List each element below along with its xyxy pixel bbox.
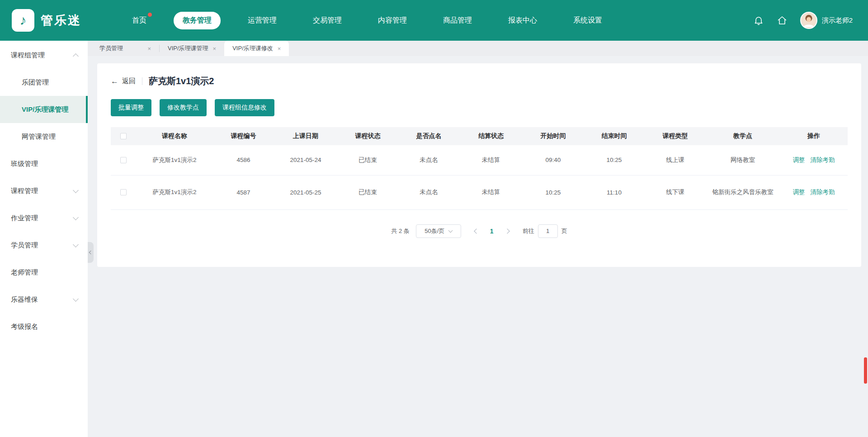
chevron-down-icon — [73, 242, 79, 247]
close-icon[interactable]: × — [147, 45, 151, 52]
tab-label: VIP/乐理课修改 — [232, 44, 273, 52]
sidebar-item-course-mgmt[interactable]: 课程管理 — [0, 177, 88, 204]
nav-item-products[interactable]: 商品管理 — [434, 12, 481, 29]
col-class-date: 上课日期 — [274, 127, 337, 145]
course-group-card: ← 返回 萨克斯1v1演示2 批量调整 修改教学点 课程组信息修改 — [97, 63, 861, 267]
nav-item-operations[interactable]: 运营管理 — [239, 12, 286, 29]
sidebar-item-instrument-maintenance[interactable]: 乐器维保 — [0, 286, 88, 313]
select-all-checkbox[interactable] — [120, 133, 127, 139]
nav-item-label: 系统设置 — [573, 16, 602, 24]
notification-dot — [148, 13, 152, 17]
sidebar-item-band-mgmt[interactable]: 乐团管理 — [0, 69, 88, 96]
cell-course-name: 萨克斯1v1演示2 — [136, 175, 213, 209]
music-note-icon: ♪ — [20, 13, 27, 28]
nav-item-label: 运营管理 — [248, 16, 277, 24]
row-checkbox[interactable] — [120, 157, 127, 163]
cell-course-name: 萨克斯1v1演示2 — [136, 145, 213, 175]
nav-item-label: 教务管理 — [183, 16, 212, 24]
close-icon[interactable]: × — [213, 45, 217, 52]
batch-adjust-button[interactable]: 批量调整 — [111, 99, 151, 116]
back-button[interactable]: ← 返回 — [111, 77, 136, 86]
scrollbar-thumb[interactable] — [864, 357, 867, 384]
sidebar-item-student-mgmt[interactable]: 学员管理 — [0, 232, 88, 259]
sidebar-item-label: 作业管理 — [11, 214, 74, 223]
goto-page-input[interactable] — [538, 224, 558, 238]
back-arrow-icon: ← — [111, 77, 118, 86]
page-size-select[interactable]: 50条/页 — [416, 224, 461, 238]
chevron-down-icon — [73, 214, 79, 220]
table-row: 萨克斯1v1演示2 4586 2021-05-24 已结束 未点名 未结算 09… — [111, 145, 848, 175]
clear-attendance-link[interactable]: 清除考勤 — [811, 157, 835, 163]
adjust-link[interactable]: 调整 — [793, 189, 805, 195]
back-label: 返回 — [122, 77, 136, 86]
sidebar-item-vip-theory-mgmt[interactable]: VIP/乐理课管理 — [0, 96, 88, 123]
nav-item-home[interactable]: 首页 — [123, 12, 156, 29]
chevron-left-icon — [474, 228, 479, 233]
pager: 1 — [475, 228, 509, 235]
toolbar: 批量调整 修改教学点 课程组信息修改 — [111, 99, 848, 116]
content-area: ← 返回 萨克斯1v1演示2 批量调整 修改教学点 课程组信息修改 — [88, 56, 868, 437]
sidebar-collapse-handle[interactable] — [88, 242, 94, 263]
sidebar-item-label: VIP/乐理课管理 — [22, 105, 76, 114]
col-rollcall-status: 是否点名 — [398, 127, 459, 145]
cell-course-status: 已结束 — [337, 145, 398, 175]
sidebar-item-exam-registration[interactable]: 考级报名 — [0, 313, 88, 340]
cell-settlement-status: 未结算 — [459, 175, 523, 209]
sidebar-item-label: 班级管理 — [11, 160, 78, 168]
home-icon[interactable] — [777, 15, 788, 26]
sidebar-item-class-mgmt[interactable]: 班级管理 — [0, 150, 88, 177]
app-header: ♪ 管乐迷 首页 教务管理 运营管理 交易管理 内容管理 商品管理 报表中心 系… — [0, 0, 868, 41]
cell-settlement-status: 未结算 — [459, 145, 523, 175]
goto-label: 前往 — [523, 227, 534, 235]
chevron-down-icon — [73, 296, 79, 302]
col-settlement-status: 结算状态 — [459, 127, 523, 145]
sidebar-item-homework-mgmt[interactable]: 作业管理 — [0, 204, 88, 232]
app-logo: ♪ — [12, 9, 34, 32]
tab-vip-theory-edit[interactable]: VIP/乐理课修改 × — [224, 41, 289, 56]
sidebar-item-label: 乐团管理 — [22, 78, 78, 87]
cell-end-time: 10:25 — [584, 145, 645, 175]
sidebar-item-label: 网管课管理 — [22, 133, 78, 141]
clear-attendance-link[interactable]: 清除考勤 — [811, 189, 835, 195]
sidebar: 课程组管理 乐团管理 VIP/乐理课管理 网管课管理 班级管理 课程管理 作业管… — [0, 41, 88, 437]
chevron-up-icon — [73, 53, 79, 59]
table-row: 萨克斯1v1演示2 4587 2021-05-25 已结束 未点名 未结算 10… — [111, 175, 848, 209]
nav-item-transactions[interactable]: 交易管理 — [304, 12, 351, 29]
col-course-type: 课程类型 — [645, 127, 706, 145]
chevron-right-icon — [505, 228, 509, 233]
sidebar-item-online-admin-course[interactable]: 网管课管理 — [0, 123, 88, 150]
nav-item-content[interactable]: 内容管理 — [369, 12, 416, 29]
nav-item-academic[interactable]: 教务管理 — [174, 12, 221, 29]
row-checkbox[interactable] — [120, 189, 127, 195]
prev-page-button[interactable] — [475, 229, 478, 233]
cell-rollcall-status: 未点名 — [398, 145, 459, 175]
tab-label: 学员管理 — [99, 44, 123, 52]
cell-class-date: 2021-05-25 — [274, 175, 337, 209]
nav-item-label: 商品管理 — [443, 16, 472, 24]
user-menu[interactable]: 演示老师2 — [800, 12, 853, 29]
tab-student-mgmt[interactable]: 学员管理 × — [91, 41, 159, 56]
close-icon[interactable]: × — [278, 45, 281, 52]
page-title: 萨克斯1v1演示2 — [149, 75, 214, 87]
bell-icon[interactable] — [753, 15, 764, 26]
edit-course-group-info-button[interactable]: 课程组信息修改 — [215, 99, 274, 116]
nav-item-settings[interactable]: 系统设置 — [564, 12, 611, 29]
page-header: ← 返回 萨克斯1v1演示2 — [111, 75, 848, 87]
page-unit-label: 页 — [561, 227, 567, 235]
tab-vip-theory-mgmt[interactable]: VIP/乐理课管理 × — [160, 41, 224, 56]
nav-item-reports[interactable]: 报表中心 — [499, 12, 546, 29]
sidebar-item-teacher-mgmt[interactable]: 老师管理 — [0, 259, 88, 286]
header-right: 演示老师2 — [753, 12, 853, 29]
adjust-link[interactable]: 调整 — [793, 157, 805, 163]
cell-rollcall-status: 未点名 — [398, 175, 459, 209]
next-page-button[interactable] — [505, 229, 509, 233]
title-divider — [142, 77, 142, 85]
total-count: 共 2 条 — [391, 227, 409, 235]
sidebar-item-label: 学员管理 — [11, 241, 74, 250]
cell-course-type: 线上课 — [645, 145, 706, 175]
table-header-row: 课程名称 课程编号 上课日期 课程状态 是否点名 结算状态 开始时间 结束时间 … — [111, 127, 848, 145]
current-page[interactable]: 1 — [490, 228, 494, 235]
edit-teaching-point-button[interactable]: 修改教学点 — [160, 99, 207, 116]
col-teaching-point: 教学点 — [706, 127, 780, 145]
sidebar-item-course-group-mgmt[interactable]: 课程组管理 — [0, 42, 88, 69]
